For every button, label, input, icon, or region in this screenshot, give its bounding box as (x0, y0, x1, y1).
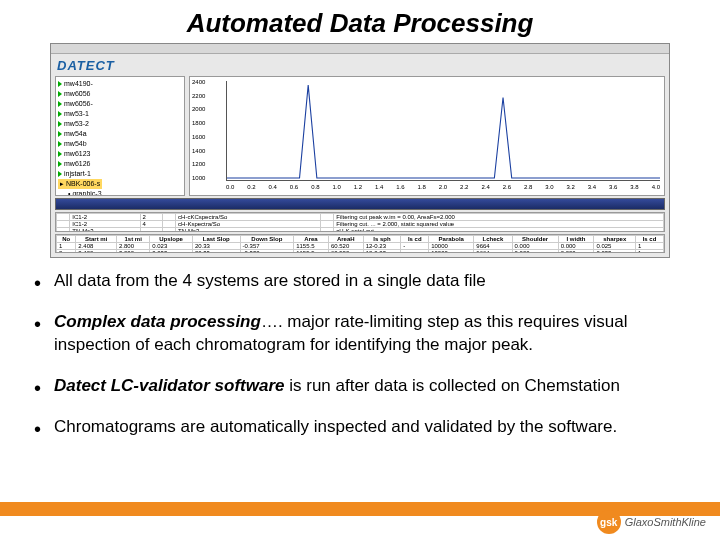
x-tick: 4.0 (652, 184, 660, 194)
x-tick: 1.2 (354, 184, 362, 194)
y-tick: 1800 (192, 120, 222, 126)
x-tick: 3.0 (545, 184, 553, 194)
x-tick: 1.6 (396, 184, 404, 194)
table-row: TN-Ms3TN-Ms3cH-K entel cut ... (57, 228, 664, 232)
chromatogram-chart: 24002200200018001600140012001000 0.00.20… (189, 76, 665, 196)
triangle-icon (58, 171, 62, 177)
divider-bar (55, 198, 665, 210)
x-axis: 0.00.20.40.60.81.01.21.41.61.82.02.22.42… (226, 184, 660, 194)
tree-label: mw6123 (64, 149, 90, 159)
table-row: 12.4082.8000.02320.33-0.3571155.560.5201… (57, 242, 664, 249)
tree-item: mw53-1 (58, 109, 182, 119)
x-tick: 3.6 (609, 184, 617, 194)
x-tick: 2.0 (439, 184, 447, 194)
menubar (51, 44, 669, 54)
tree-label: mw53-1 (64, 109, 89, 119)
x-tick: 0.8 (311, 184, 319, 194)
triangle-icon (58, 121, 62, 127)
x-tick: 3.2 (567, 184, 575, 194)
bullet-text: All data from the 4 systems are stored i… (54, 271, 486, 290)
tree-label: mw6056- (64, 99, 93, 109)
bullet-item: All data from the 4 systems are stored i… (40, 270, 690, 293)
tree-label: mw53-2 (64, 119, 89, 129)
y-tick: 1200 (192, 161, 222, 167)
x-tick: 3.8 (630, 184, 638, 194)
tree-item: mw53-2 (58, 119, 182, 129)
peak-table: NoStart mi1st miUpslopeLast SlopDown Slo… (55, 234, 665, 254)
x-tick: 0.4 (269, 184, 277, 194)
bullet-lead: Datect LC-validator software (54, 376, 285, 395)
tree-item: mw6123 (58, 149, 182, 159)
bullet-list: All data from the 4 systems are stored i… (0, 270, 720, 439)
bullet-item: Chromatograms are automatically inspecte… (40, 416, 690, 439)
x-tick: 1.4 (375, 184, 383, 194)
tree-folder: ▸ NBK-006-s (58, 179, 182, 189)
bullet-text: Chromatograms are automatically inspecte… (54, 417, 617, 436)
tree-item: mw6056- (58, 99, 182, 109)
triangle-icon (58, 101, 62, 107)
app-logo: DATECT (57, 58, 115, 73)
tree-label: mw54a (64, 129, 87, 139)
tree-label: mw6056 (64, 89, 90, 99)
bullet-item: Datect LC-validator software is run afte… (40, 375, 690, 398)
tree-item: injstart-1 (58, 169, 182, 179)
y-tick: 1000 (192, 175, 222, 181)
triangle-icon (58, 111, 62, 117)
company-name: GlaxoSmithKline (625, 516, 706, 528)
tree-item: mw4190- (58, 79, 182, 89)
x-tick: 0.6 (290, 184, 298, 194)
triangle-icon (58, 81, 62, 87)
x-tick: 2.4 (481, 184, 489, 194)
x-tick: 2.6 (503, 184, 511, 194)
tree-panel: mw4190-mw6056mw6056-mw53-1mw53-2mw54amw5… (55, 76, 185, 196)
table-header-row: NoStart mi1st miUpslopeLast SlopDown Slo… (57, 235, 664, 242)
x-tick: 3.4 (588, 184, 596, 194)
gsk-roundel-icon: gsk (597, 510, 621, 534)
app-screenshot: DATECT mw4190-mw6056mw6056-mw53-1mw53-2m… (50, 43, 670, 258)
x-tick: 0.0 (226, 184, 234, 194)
tree-item: mw6056 (58, 89, 182, 99)
y-tick: 1400 (192, 148, 222, 154)
x-tick: 2.8 (524, 184, 532, 194)
y-tick: 2000 (192, 106, 222, 112)
triangle-icon (58, 141, 62, 147)
filter-table: IC1-22cH-cKCspectra/SoFiltering cut peak… (55, 212, 665, 232)
x-tick: 1.0 (332, 184, 340, 194)
tree-item: mw54b (58, 139, 182, 149)
x-tick: 2.2 (460, 184, 468, 194)
footer: gsk GlaxoSmithKline (0, 502, 720, 540)
y-axis: 24002200200018001600140012001000 (192, 79, 222, 181)
triangle-icon (58, 131, 62, 137)
y-tick: 2400 (192, 79, 222, 85)
triangle-icon (58, 91, 62, 97)
tree-label: mw54b (64, 139, 87, 149)
tree-label: mw6126 (64, 159, 90, 169)
table-row: 22.4003.0000.03320.33-0.3321155.560.5201… (57, 249, 664, 253)
bullet-text: is run after data is collected on Chemst… (285, 376, 620, 395)
x-tick: 1.8 (418, 184, 426, 194)
slide-title: Automated Data Processing (0, 0, 720, 43)
tree-item: • graphic-3 (58, 189, 182, 196)
tree-label: mw4190- (64, 79, 93, 89)
tree-item: mw6126 (58, 159, 182, 169)
tree-item: mw54a (58, 129, 182, 139)
y-tick: 2200 (192, 93, 222, 99)
table-row: IC1-24cH-Kspectra/SoFiltering cut. ... =… (57, 221, 664, 228)
plot-area (226, 81, 660, 181)
tree-label: injstart-1 (64, 169, 91, 179)
y-tick: 1600 (192, 134, 222, 140)
table-row: IC1-22cH-cKCspectra/SoFiltering cut peak… (57, 214, 664, 221)
triangle-icon (58, 151, 62, 157)
bullet-lead: Complex data processing (54, 312, 261, 331)
bullet-item: Complex data processing…. major rate-lim… (40, 311, 690, 357)
triangle-icon (58, 161, 62, 167)
company-logo: gsk GlaxoSmithKline (597, 510, 706, 534)
x-tick: 0.2 (247, 184, 255, 194)
